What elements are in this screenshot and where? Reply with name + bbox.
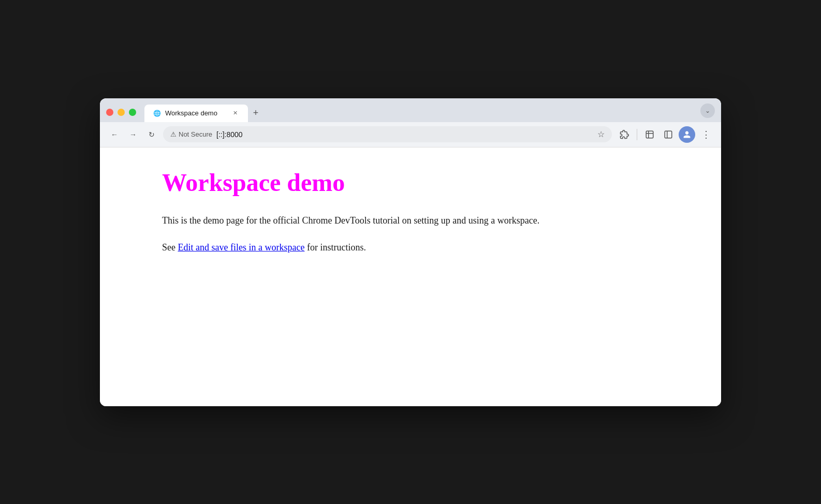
toolbar-divider	[637, 129, 637, 140]
forward-icon: →	[129, 130, 137, 139]
sidebar-button[interactable]	[660, 126, 677, 143]
reload-icon: ↻	[149, 130, 155, 139]
minimize-button[interactable]	[118, 109, 125, 116]
back-icon: ←	[111, 130, 118, 139]
page-link-line: See Edit and save files in a workspace f…	[162, 240, 659, 255]
forward-button[interactable]: →	[126, 127, 140, 142]
tab-dropdown-button[interactable]: ⌄	[700, 103, 715, 118]
new-tab-button[interactable]: +	[248, 106, 263, 121]
bookmark-icon[interactable]: ☆	[597, 129, 605, 139]
close-button[interactable]	[106, 109, 113, 116]
extensions-button[interactable]	[616, 126, 633, 143]
active-tab[interactable]: 🌐 Workspace demo ✕	[144, 105, 248, 122]
tab-strip: 🌐 Workspace demo ✕ +	[144, 105, 700, 122]
tab-close-button[interactable]: ✕	[230, 109, 240, 118]
link-suffix: for instructions.	[304, 242, 366, 253]
title-bar: 🌐 Workspace demo ✕ + ⌄	[100, 98, 721, 122]
back-button[interactable]: ←	[107, 127, 122, 142]
menu-icon: ⋮	[701, 129, 710, 140]
devtools-button[interactable]	[641, 126, 658, 143]
warning-icon: ⚠	[170, 130, 177, 138]
reload-button[interactable]: ↻	[144, 127, 159, 142]
maximize-button[interactable]	[129, 109, 136, 116]
not-secure-label: Not Secure	[179, 130, 212, 138]
not-secure-indicator: ⚠ Not Secure	[170, 130, 212, 138]
workspace-link[interactable]: Edit and save files in a workspace	[178, 242, 305, 253]
svg-rect-0	[665, 131, 672, 138]
browser-window: 🌐 Workspace demo ✕ + ⌄ ← → ↻ ⚠ Not Secur…	[100, 98, 721, 406]
tab-favicon-icon: 🌐	[153, 109, 161, 117]
page-title: Workspace demo	[162, 168, 659, 197]
toolbar-icons: ⋮	[616, 126, 714, 143]
nav-bar: ← → ↻ ⚠ Not Secure [::]:8000 ☆	[100, 122, 721, 147]
tab-label: Workspace demo	[165, 109, 226, 117]
menu-button[interactable]: ⋮	[697, 126, 714, 143]
traffic-lights	[106, 109, 144, 122]
address-text: [::]:8000	[216, 130, 593, 139]
page-body-text: This is the demo page for the official C…	[162, 213, 659, 228]
address-bar[interactable]: ⚠ Not Secure [::]:8000 ☆	[163, 126, 612, 142]
profile-button[interactable]	[679, 126, 695, 143]
link-prefix: See	[162, 242, 178, 253]
page-content: Workspace demo This is the demo page for…	[100, 147, 721, 406]
